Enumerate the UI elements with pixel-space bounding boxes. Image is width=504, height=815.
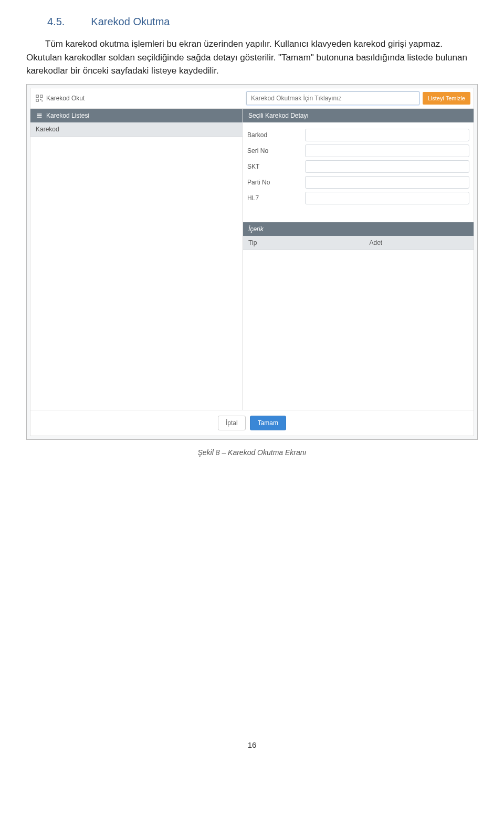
input-hl7[interactable]	[305, 192, 469, 204]
content-columns: Tip Adet	[243, 236, 474, 250]
heading-title: Karekod Okutma	[91, 16, 170, 28]
svg-rect-1	[40, 95, 43, 97]
cancel-button[interactable]: İptal	[218, 416, 246, 430]
clear-list-button[interactable]: Listeyi Temizle	[423, 92, 470, 105]
figure-caption: Şekil 8 – Karekod Okutma Ekranı	[26, 448, 478, 457]
label-hl7: HL7	[247, 194, 305, 202]
content-panel-title: İçerik	[248, 225, 264, 233]
dialog-footer: İptal Tamam	[30, 410, 474, 436]
svg-rect-3	[40, 99, 41, 100]
left-panel-title: Karekod Listesi	[46, 112, 89, 119]
svg-rect-0	[36, 95, 38, 97]
input-barkod[interactable]	[305, 129, 469, 141]
left-column-header: Karekod	[30, 122, 243, 137]
input-serino[interactable]	[305, 145, 469, 157]
content-col-adet: Adet	[369, 239, 382, 246]
scan-label: Karekod Okut	[46, 95, 85, 102]
label-skt: SKT	[247, 163, 305, 170]
app-screenshot: Karekod Okut Listeyi Temizle Karekod Lis…	[30, 88, 474, 436]
list-icon	[36, 112, 43, 119]
left-col-label: Karekod	[36, 126, 59, 133]
qrcode-icon	[36, 95, 43, 102]
section-heading: 4.5. Karekod Okutma	[47, 16, 478, 28]
label-partino: Parti No	[247, 179, 305, 186]
svg-rect-4	[41, 100, 43, 101]
label-barkod: Barkod	[247, 131, 305, 139]
ok-button[interactable]: Tamam	[250, 416, 286, 430]
paragraph-text: Tüm karekod okutma işlemleri bu ekran üz…	[26, 39, 467, 76]
left-panel-header: Karekod Listesi	[30, 109, 243, 122]
content-panel-header: İçerik	[243, 222, 474, 236]
karekod-grid-body	[30, 137, 243, 410]
label-serino: Seri No	[247, 147, 305, 154]
heading-number: 4.5.	[47, 16, 65, 28]
input-skt[interactable]	[305, 160, 469, 173]
scan-header: Karekod Okut	[30, 88, 243, 108]
scan-input[interactable]	[246, 91, 419, 105]
detail-panel-header: Seçili Karekod Detayı	[243, 109, 474, 122]
svg-rect-7	[37, 117, 42, 118]
content-grid-body	[243, 250, 474, 360]
page-number: 16	[26, 740, 478, 749]
svg-rect-2	[36, 99, 38, 101]
svg-rect-6	[37, 115, 42, 116]
screenshot-frame: Karekod Okut Listeyi Temizle Karekod Lis…	[26, 84, 478, 440]
detail-panel-title: Seçili Karekod Detayı	[248, 112, 309, 119]
input-partino[interactable]	[305, 176, 469, 189]
content-col-tip: Tip	[248, 239, 369, 246]
body-paragraph: Tüm karekod okutma işlemleri bu ekran üz…	[26, 37, 478, 78]
svg-rect-5	[37, 114, 42, 115]
